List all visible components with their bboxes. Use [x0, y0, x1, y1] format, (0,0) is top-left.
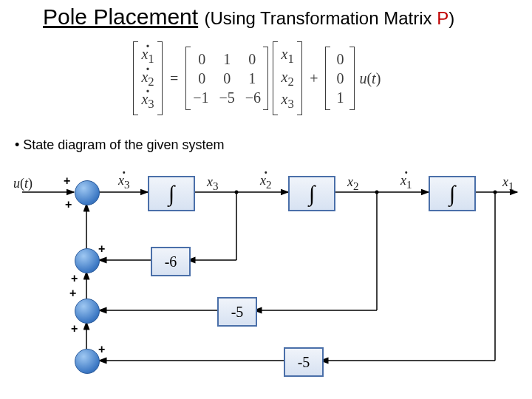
plus-sign: + [69, 287, 76, 300]
integrator-1: ∫ [148, 176, 195, 211]
gain-box-2: -5 [217, 297, 257, 327]
plus-sign: + [98, 343, 105, 356]
bullet-text: State diagram of the given system [15, 137, 224, 153]
plus-sign: + [65, 198, 72, 211]
A-matrix: 010 001 −1−5−6 [185, 47, 268, 110]
label-x1dot: x1 [400, 173, 412, 191]
plus-sign: + [98, 242, 105, 256]
title-sub: (Using Transformation Matrix P) [204, 8, 454, 28]
slide-title: Pole Placement (Using Transformation Mat… [43, 4, 454, 30]
x-vector: x1 x2 x3 [273, 41, 302, 115]
state-diagram: u(t) + + + + + + + ∫ ∫ ∫ -6 -5 -5 x3 x3 … [0, 163, 532, 399]
title-main: Pole Placement [43, 4, 198, 29]
plus-sign: + [71, 322, 78, 335]
state-equation: x1 x2 x3 = 010 001 −1−5−6 x1 x2 x3 + 0 0… [133, 41, 381, 115]
plus-sign: + [71, 272, 78, 285]
label-x2dot: x2 [260, 173, 272, 191]
svg-point-17 [235, 191, 239, 194]
sum-node-1 [75, 180, 100, 205]
gain-box-3: -5 [284, 347, 324, 377]
integrator-3: ∫ [429, 176, 476, 211]
svg-point-19 [494, 191, 497, 194]
integrator-2: ∫ [288, 176, 335, 211]
xdot-vector: x1 x2 x3 [133, 41, 163, 115]
plus-sign: + [64, 174, 70, 188]
sum-node-2 [75, 248, 100, 273]
svg-point-18 [375, 191, 379, 194]
B-vector: 0 0 1 [325, 47, 355, 110]
label-u: u(t) [13, 176, 33, 191]
label-x3: x3 [207, 174, 219, 193]
u-of-t: u(t) [359, 70, 381, 87]
label-x1: x1 [502, 174, 514, 193]
sum-node-4 [75, 349, 100, 374]
label-x2: x2 [347, 174, 359, 193]
gain-box-1: -6 [151, 247, 191, 276]
label-x3dot: x3 [118, 173, 130, 191]
sum-node-3 [75, 299, 100, 324]
